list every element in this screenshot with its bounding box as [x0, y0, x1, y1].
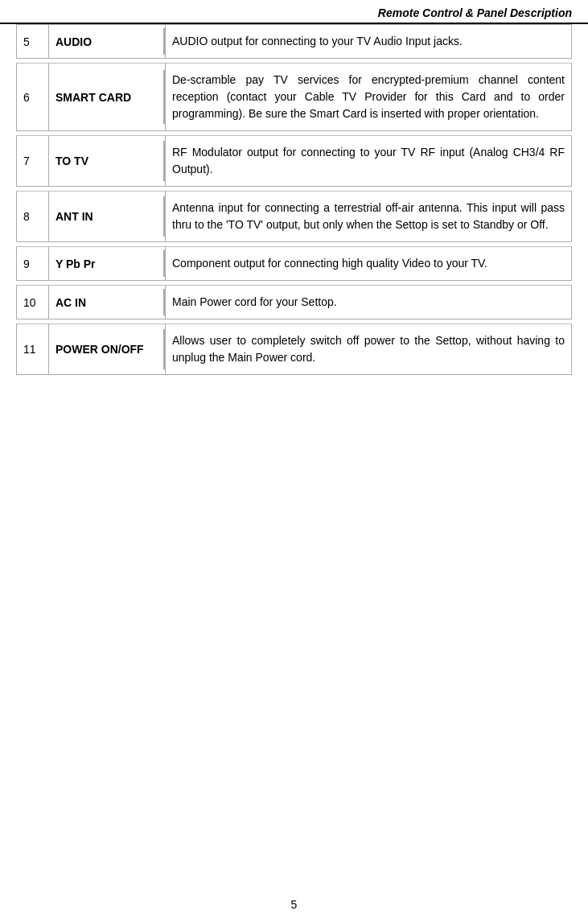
row-number: 6	[17, 64, 49, 131]
row-number: 9	[17, 247, 49, 281]
table-row: 9Y Pb PrComponent output for connecting …	[17, 247, 572, 281]
table-row: 8ANT INAntenna input for connecting a te…	[17, 192, 572, 242]
page-footer: 5	[0, 882, 588, 919]
table-row: 6SMART CARDDe-scramble pay TV services f…	[17, 64, 572, 131]
row-description: Component output for connecting high qua…	[166, 247, 572, 281]
row-label: TO TV	[49, 136, 166, 187]
panel-description-table: 5AUDIOAUDIO output for connecting to you…	[16, 24, 572, 375]
row-number: 11	[17, 324, 49, 375]
row-description: Allows user to completely switch off pow…	[166, 324, 572, 375]
table-row: 7TO TVRF Modulator output for connecting…	[17, 136, 572, 187]
row-number: 5	[17, 25, 49, 59]
row-label: ANT IN	[49, 192, 166, 242]
table-row: 5AUDIOAUDIO output for connecting to you…	[17, 25, 572, 59]
page-number: 5	[291, 898, 298, 911]
row-label: AUDIO	[49, 25, 166, 59]
row-label: Y Pb Pr	[49, 247, 166, 281]
row-description: De-scramble pay TV services for encrypte…	[166, 64, 572, 131]
row-number: 8	[17, 192, 49, 242]
row-number: 7	[17, 136, 49, 187]
row-description: Main Power cord for your Settop.	[166, 286, 572, 319]
row-label: SMART CARD	[49, 64, 166, 131]
row-label: AC IN	[49, 286, 166, 319]
row-description: AUDIO output for connecting to your TV A…	[166, 25, 572, 59]
row-description: Antenna input for connecting a terrestri…	[166, 192, 572, 242]
table-row: 10AC INMain Power cord for your Settop.	[17, 286, 572, 319]
row-description: RF Modulator output for connecting to yo…	[166, 136, 572, 187]
page-title: Remote Control & Panel Description	[378, 6, 572, 19]
table-row: 11POWER ON/OFFAllows user to completely …	[17, 324, 572, 375]
main-table-container: 5AUDIOAUDIO output for connecting to you…	[16, 24, 572, 375]
row-label: POWER ON/OFF	[49, 324, 166, 375]
row-number: 10	[17, 286, 49, 319]
page-header: Remote Control & Panel Description	[0, 0, 588, 24]
